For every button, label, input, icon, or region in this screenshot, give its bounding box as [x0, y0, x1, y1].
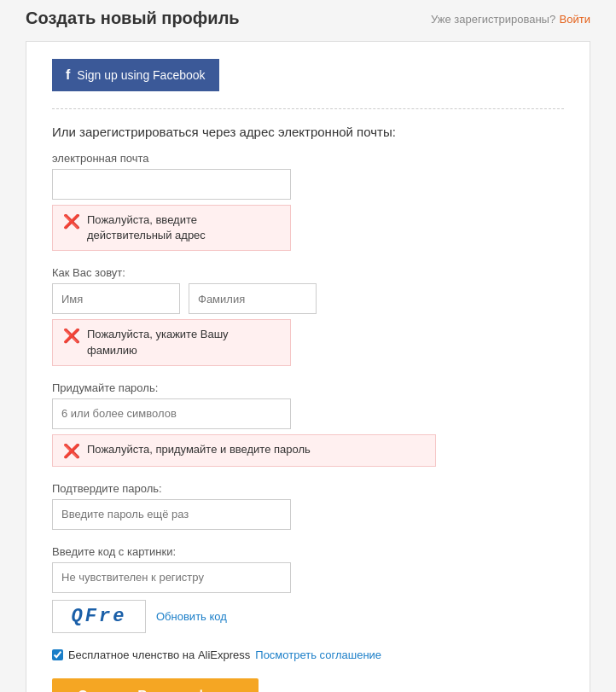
facebook-icon: f	[66, 67, 70, 83]
name-label: Как Вас зовут:	[52, 266, 564, 279]
password-error-icon: ❌	[63, 443, 80, 459]
submit-button[interactable]: Создать Ваш профиль	[52, 678, 259, 692]
name-error-text: Пожалуйста, укажите Вашу фамилию	[87, 327, 280, 358]
already-registered-text: Уже зарегистрированы?	[431, 13, 555, 26]
captcha-field-group: Введите код с картинки: QFre Обновить ко…	[52, 545, 564, 633]
page-title: Создать новый профиль	[26, 9, 240, 28]
confirm-password-field-group: Подтвердите пароль:	[52, 482, 564, 530]
facebook-button-label: Sign up using Facebook	[77, 68, 205, 82]
captcha-row: QFre Обновить код	[52, 600, 564, 633]
password-error-box: ❌ Пожалуйста, придумайте и введите парол…	[52, 434, 436, 467]
password-field-group: Придумайте пароль: ❌ Пожалуйста, придума…	[52, 381, 564, 467]
email-field-group: электронная почта ❌ Пожалуйста, введите …	[52, 152, 564, 251]
name-field-group: Как Вас зовут: ❌ Пожалуйста, укажите Ваш…	[52, 266, 564, 365]
email-error-icon: ❌	[63, 213, 80, 230]
password-input[interactable]	[52, 398, 291, 429]
agreement-row: Бесплатное членство на AliExpress Посмот…	[52, 648, 564, 661]
captcha-label: Введите код с картинки:	[52, 545, 564, 558]
facebook-signup-button[interactable]: f Sign up using Facebook	[52, 59, 219, 91]
divider	[52, 108, 564, 109]
password-label: Придумайте пароль:	[52, 381, 564, 394]
email-error-box: ❌ Пожалуйста, введите действительный адр…	[52, 205, 291, 251]
password-error-text: Пожалуйста, придумайте и введите пароль	[87, 442, 311, 457]
confirm-password-label: Подтвердите пароль:	[52, 482, 564, 495]
captcha-input[interactable]	[52, 562, 291, 593]
agreement-checkbox[interactable]	[52, 649, 63, 660]
email-label: электронная почта	[52, 152, 564, 165]
name-row	[52, 283, 564, 314]
agreement-text: Бесплатное членство на AliExpress	[68, 648, 250, 661]
name-error-box: ❌ Пожалуйста, укажите Вашу фамилию	[52, 319, 291, 365]
last-name-input[interactable]	[189, 283, 317, 314]
agreement-link[interactable]: Посмотреть соглашение	[255, 648, 381, 661]
first-name-input[interactable]	[52, 283, 180, 314]
email-error-text: Пожалуйста, введите действительный адрес	[87, 212, 280, 243]
confirm-password-input[interactable]	[52, 499, 291, 530]
captcha-refresh-link[interactable]: Обновить код	[156, 610, 227, 623]
or-section-title: Или зарегистрироваться через адрес элект…	[52, 125, 564, 139]
name-error-icon: ❌	[63, 328, 80, 344]
email-input[interactable]	[52, 169, 291, 200]
captcha-image: QFre	[52, 600, 146, 633]
login-link[interactable]: Войти	[560, 13, 590, 26]
